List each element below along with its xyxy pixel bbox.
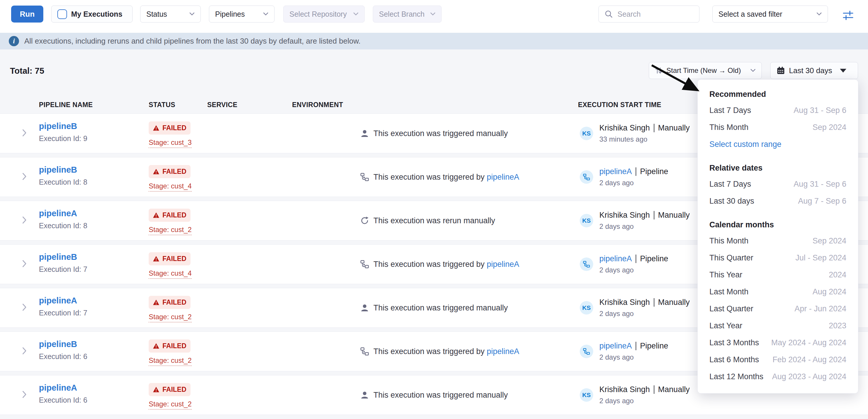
pipeline-name-link[interactable]: pipelineB [39, 122, 77, 131]
date-menu-item-range: Feb 2024 - Aug 2024 [773, 355, 846, 364]
stage-link[interactable]: Stage: cust_2 [149, 313, 192, 322]
column-header-pipeline-name[interactable]: PIPELINE NAME [39, 99, 93, 110]
trigger-pipeline-link[interactable]: pipelineA [487, 260, 519, 268]
child-pipeline-icon [360, 173, 369, 182]
row-expander-chevron[interactable] [22, 303, 27, 312]
date-menu-item[interactable]: This MonthSep 2024 [698, 119, 858, 136]
pipeline-name-link[interactable]: pipelineA [39, 208, 77, 218]
date-menu-item-range: Aug 2024 [812, 287, 846, 296]
search-box[interactable] [598, 6, 700, 23]
pipelines-filter-select[interactable]: Pipelines [209, 6, 275, 23]
run-button[interactable]: Run [11, 6, 43, 23]
row-expander-chevron[interactable] [22, 173, 27, 182]
row-expander-chevron[interactable] [22, 391, 27, 399]
pipeline-name-link[interactable]: pipelineB [39, 252, 77, 262]
start-time-cell: pipelineAPipeline2 days ago [580, 342, 668, 361]
status-filter-select[interactable]: Status [140, 6, 201, 23]
column-header-execution-start-time[interactable]: EXECUTION START TIME [578, 99, 661, 110]
date-menu-item[interactable]: Last 30 daysAug 7 - Sep 6 [698, 193, 858, 210]
row-expander-chevron[interactable] [22, 129, 27, 138]
info-banner-text: All executions, including reruns and chi… [24, 37, 361, 46]
starter-name: Krishika Singh [599, 211, 650, 220]
trigger-type-label: Pipeline [640, 342, 668, 351]
branch-select[interactable]: Select Branch [373, 6, 442, 23]
execution-id: Execution Id: 6 [39, 396, 87, 405]
date-menu-item[interactable]: This QuarterJul - Sep 2024 [698, 249, 858, 266]
date-menu-item-label: Last 30 days [709, 197, 754, 206]
pipeline-name-link[interactable]: pipelineA [39, 296, 77, 305]
execution-id: Execution Id: 8 [39, 222, 87, 230]
trigger-type-label: Pipeline [640, 167, 668, 176]
trigger-type-label: Pipeline [640, 254, 668, 263]
column-header-status[interactable]: STATUS [149, 99, 175, 110]
stage-link[interactable]: Stage: cust_2 [149, 400, 192, 410]
stage-link[interactable]: Stage: cust_4 [149, 182, 192, 192]
trigger-text: This execution was triggered manually [373, 129, 508, 138]
date-menu-item[interactable]: Last Year2023 [698, 317, 858, 334]
info-banner: i All executions, including reruns and c… [0, 33, 868, 50]
chevron-down-icon [189, 12, 195, 16]
stage-link[interactable]: Stage: cust_3 [149, 138, 192, 148]
select-custom-range-link[interactable]: Select custom range [698, 136, 858, 153]
stage-link[interactable]: Stage: cust_4 [149, 269, 192, 279]
date-menu-item-label: Last 12 Months [709, 372, 764, 381]
date-menu-item-label: This Month [709, 236, 749, 246]
date-menu-section: Relative datesLast 7 DaysAug 31 - Sep 6L… [698, 160, 858, 210]
starter-pipeline-link[interactable]: pipelineA [599, 342, 632, 351]
date-menu-section: Calendar monthsThis MonthSep 2024This Qu… [698, 217, 858, 385]
date-menu-item[interactable]: Last 6 MonthsFeb 2024 - Aug 2024 [698, 351, 858, 368]
pipeline-name-link[interactable]: pipelineA [39, 383, 77, 393]
date-range-button[interactable]: Last 30 days [770, 62, 858, 79]
date-menu-item[interactable]: This MonthSep 2024 [698, 232, 858, 249]
branch-select-label: Select Branch [379, 10, 426, 19]
started-time: 2 days ago [599, 266, 668, 274]
stage-link[interactable]: Stage: cust_2 [149, 226, 192, 235]
date-menu-item[interactable]: Last 3 MonthsMay 2024 - Aug 2024 [698, 334, 858, 351]
repository-select-label: Select Repository [289, 10, 349, 19]
trigger-pipeline-link[interactable]: pipelineA [487, 347, 519, 356]
starter-info: pipelineAPipeline2 days ago [599, 342, 668, 361]
repository-select[interactable]: Select Repository [283, 6, 365, 23]
pipeline-name-cell: pipelineBExecution Id: 9 [39, 122, 87, 143]
saved-filter-select[interactable]: Select a saved filter [712, 6, 828, 23]
saved-filter-label: Select a saved filter [718, 10, 812, 19]
calendar-icon [776, 66, 785, 75]
my-executions-checkbox[interactable] [57, 9, 67, 19]
trigger-pipeline-link[interactable]: pipelineA [487, 173, 519, 182]
avatar: KS [580, 388, 593, 402]
status-badge: FAILED [149, 122, 190, 135]
date-menu-item-range: Sep 2024 [812, 236, 846, 246]
pipeline-name-link[interactable]: pipelineB [39, 165, 77, 175]
warning-icon [153, 343, 159, 349]
search-input[interactable] [617, 10, 693, 19]
pipeline-name-link[interactable]: pipelineB [39, 340, 77, 349]
user-icon [360, 303, 369, 312]
date-menu-item[interactable]: Last QuarterApr - Jun 2024 [698, 300, 858, 317]
date-menu-item-label: Last 7 Days [709, 180, 751, 189]
sort-select[interactable]: Start Time (New → Old) [649, 62, 762, 79]
status-badge: FAILED [149, 252, 190, 265]
starter-line: Krishika SinghManually [599, 211, 690, 220]
starter-pipeline-link[interactable]: pipelineA [599, 167, 632, 176]
date-menu-item-label: Last Quarter [709, 304, 753, 313]
row-expander-chevron[interactable] [22, 216, 27, 225]
filter-sliders-icon[interactable] [840, 8, 856, 23]
trigger-info-cell: This execution was triggered manually [360, 376, 508, 415]
date-menu-item[interactable]: This Year2024 [698, 266, 858, 283]
date-menu-item[interactable]: Last 7 DaysAug 31 - Sep 6 [698, 102, 858, 119]
starter-line: pipelineAPipeline [599, 254, 668, 263]
date-menu-item-label: Select custom range [709, 140, 781, 149]
my-executions-toggle[interactable]: My Executions [51, 6, 132, 23]
trigger-info-cell: This execution was triggered by pipeline… [360, 245, 519, 284]
stage-link[interactable]: Stage: cust_2 [149, 356, 192, 366]
date-menu-item[interactable]: Last 7 DaysAug 31 - Sep 6 [698, 175, 858, 193]
status-badge-label: FAILED [162, 298, 186, 307]
separator [654, 124, 654, 132]
starter-pipeline-link[interactable]: pipelineA [599, 254, 632, 263]
date-menu-item[interactable]: Last 12 MonthsAug 2023 - Aug 2024 [698, 368, 858, 385]
row-expander-chevron[interactable] [22, 260, 27, 268]
column-header-service: SERVICE [207, 99, 237, 110]
row-expander-chevron[interactable] [22, 347, 27, 356]
pipeline-avatar [580, 170, 593, 184]
date-menu-item[interactable]: Last MonthAug 2024 [698, 283, 858, 300]
